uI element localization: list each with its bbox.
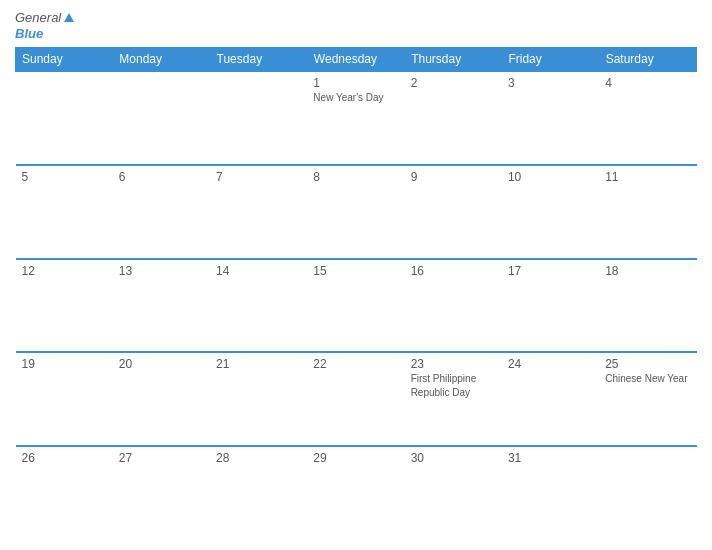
day-number: 10 [508, 170, 593, 184]
day-cell: 3 [502, 71, 599, 165]
day-cell: 15 [307, 259, 404, 353]
weekday-header-row: SundayMondayTuesdayWednesdayThursdayFrid… [16, 48, 697, 72]
day-number: 11 [605, 170, 690, 184]
day-number: 6 [119, 170, 204, 184]
day-cell: 20 [113, 352, 210, 446]
day-cell: 2 [405, 71, 502, 165]
week-row-0: 1New Year's Day234 [16, 71, 697, 165]
day-number: 21 [216, 357, 301, 371]
weekday-header-thursday: Thursday [405, 48, 502, 72]
day-cell: 17 [502, 259, 599, 353]
day-number: 4 [605, 76, 690, 90]
day-number: 13 [119, 264, 204, 278]
weekday-header-friday: Friday [502, 48, 599, 72]
day-cell: 16 [405, 259, 502, 353]
holiday-name: Chinese New Year [605, 373, 687, 384]
day-number: 23 [411, 357, 496, 371]
day-cell: 18 [599, 259, 696, 353]
day-number: 17 [508, 264, 593, 278]
calendar-wrapper: General Blue SundayMondayTuesdayWednesda… [0, 0, 712, 550]
day-number: 14 [216, 264, 301, 278]
day-cell: 19 [16, 352, 113, 446]
day-number: 28 [216, 451, 301, 465]
holiday-name: First Philippine Republic Day [411, 373, 477, 398]
day-cell: 26 [16, 446, 113, 540]
day-cell: 6 [113, 165, 210, 259]
day-cell [113, 71, 210, 165]
day-cell: 1New Year's Day [307, 71, 404, 165]
weekday-header-wednesday: Wednesday [307, 48, 404, 72]
day-cell: 21 [210, 352, 307, 446]
weekday-header-saturday: Saturday [599, 48, 696, 72]
day-number: 25 [605, 357, 690, 371]
logo: General Blue [15, 10, 74, 41]
day-number: 16 [411, 264, 496, 278]
day-number: 7 [216, 170, 301, 184]
day-cell: 28 [210, 446, 307, 540]
day-number: 9 [411, 170, 496, 184]
day-cell: 4 [599, 71, 696, 165]
calendar-table: SundayMondayTuesdayWednesdayThursdayFrid… [15, 47, 697, 540]
holiday-name: New Year's Day [313, 92, 383, 103]
day-cell: 11 [599, 165, 696, 259]
day-number: 19 [22, 357, 107, 371]
day-number: 27 [119, 451, 204, 465]
day-cell: 30 [405, 446, 502, 540]
logo-general-text: General [15, 10, 61, 26]
day-cell: 24 [502, 352, 599, 446]
day-cell [16, 71, 113, 165]
day-number: 3 [508, 76, 593, 90]
day-cell: 25Chinese New Year [599, 352, 696, 446]
day-number: 2 [411, 76, 496, 90]
day-number: 30 [411, 451, 496, 465]
week-row-3: 1920212223First Philippine Republic Day2… [16, 352, 697, 446]
day-cell: 12 [16, 259, 113, 353]
weekday-header-tuesday: Tuesday [210, 48, 307, 72]
day-number: 15 [313, 264, 398, 278]
day-cell: 10 [502, 165, 599, 259]
day-cell: 14 [210, 259, 307, 353]
day-number: 8 [313, 170, 398, 184]
day-cell: 9 [405, 165, 502, 259]
week-row-4: 262728293031 [16, 446, 697, 540]
day-number: 26 [22, 451, 107, 465]
day-cell: 7 [210, 165, 307, 259]
logo-triangle-icon [64, 13, 74, 22]
day-cell: 31 [502, 446, 599, 540]
day-number: 20 [119, 357, 204, 371]
day-cell: 29 [307, 446, 404, 540]
week-row-1: 567891011 [16, 165, 697, 259]
day-number: 24 [508, 357, 593, 371]
week-row-2: 12131415161718 [16, 259, 697, 353]
day-number: 22 [313, 357, 398, 371]
calendar-header: General Blue [15, 10, 697, 41]
day-cell: 23First Philippine Republic Day [405, 352, 502, 446]
day-number: 29 [313, 451, 398, 465]
day-cell: 27 [113, 446, 210, 540]
day-number: 1 [313, 76, 398, 90]
weekday-header-monday: Monday [113, 48, 210, 72]
day-cell: 8 [307, 165, 404, 259]
day-number: 31 [508, 451, 593, 465]
weekday-header-sunday: Sunday [16, 48, 113, 72]
day-cell: 22 [307, 352, 404, 446]
day-cell [210, 71, 307, 165]
day-cell [599, 446, 696, 540]
day-cell: 13 [113, 259, 210, 353]
day-number: 18 [605, 264, 690, 278]
day-number: 5 [22, 170, 107, 184]
day-cell: 5 [16, 165, 113, 259]
logo-blue-text: Blue [15, 26, 74, 42]
day-number: 12 [22, 264, 107, 278]
